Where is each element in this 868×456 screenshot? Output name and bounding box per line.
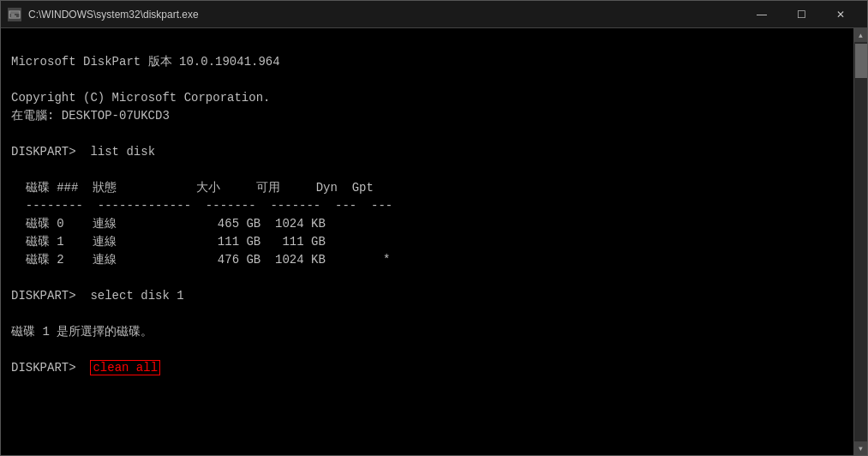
window: C:\WINDOWS\system32\diskpart.exe — ☐ ✕ M… (0, 0, 868, 456)
app-icon (8, 8, 21, 21)
scroll-down-button[interactable]: ▼ (854, 441, 868, 455)
window-controls: — ☐ ✕ (742, 1, 860, 28)
console-blank4 (11, 161, 843, 179)
window-title: C:\WINDOWS\system32\diskpart.exe (28, 9, 742, 21)
console-cmd2: DISKPART> select disk 1 (11, 287, 843, 305)
console-blank7 (11, 341, 843, 359)
svg-rect-3 (11, 15, 16, 16)
console-disk1: 磁碟 1 連線 111 GB 111 GB (11, 233, 843, 251)
scroll-up-button[interactable]: ▲ (854, 28, 868, 42)
console-disk2: 磁碟 2 連線 476 GB 1024 KB * (11, 251, 843, 269)
titlebar: C:\WINDOWS\system32\diskpart.exe — ☐ ✕ (1, 1, 867, 28)
scrollbar-track[interactable] (854, 42, 867, 441)
console-cmd1: DISKPART> list disk (11, 143, 843, 161)
console-blank3 (11, 125, 843, 143)
console-area[interactable]: Microsoft DiskPart 版本 10.0.19041.964 Cop… (1, 28, 853, 455)
console-line3: 在電腦: DESKTOP-07UKCD3 (11, 107, 843, 125)
console-cmd3: DISKPART> clean all (11, 359, 843, 377)
console-blank1 (11, 35, 843, 53)
console-line4: 磁碟 1 是所選擇的磁碟。 (11, 323, 843, 341)
clean-all-command: clean all (90, 360, 160, 375)
console-line1: Microsoft DiskPart 版本 10.0.19041.964 (11, 53, 843, 71)
maximize-button[interactable]: ☐ (781, 1, 821, 28)
console-disk0: 磁碟 0 連線 465 GB 1024 KB (11, 215, 843, 233)
minimize-button[interactable]: — (742, 1, 781, 28)
console-line2: Copyright (C) Microsoft Corporation. (11, 89, 843, 107)
console-table-divider: -------- ------------- ------- ------- -… (11, 197, 843, 215)
scrollbar[interactable]: ▲ ▼ (853, 28, 867, 455)
close-button[interactable]: ✕ (821, 1, 860, 28)
console-blank2 (11, 71, 843, 89)
svg-rect-2 (11, 14, 15, 15)
window-body: Microsoft DiskPart 版本 10.0.19041.964 Cop… (1, 28, 867, 455)
console-blank6 (11, 305, 843, 323)
console-table-header: 磁碟 ### 狀態 大小 可用 Dyn Gpt (11, 179, 843, 197)
console-blank5 (11, 269, 843, 287)
scrollbar-thumb[interactable] (855, 44, 867, 78)
